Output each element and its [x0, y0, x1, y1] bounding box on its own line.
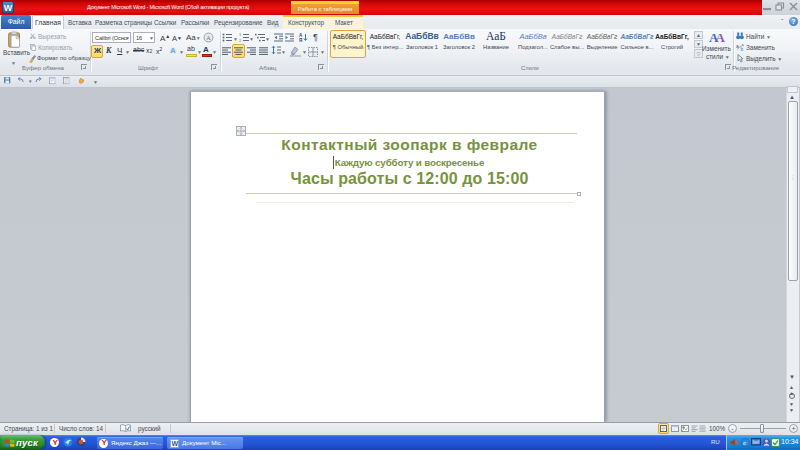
- svg-text:1: 1: [239, 33, 242, 37]
- svg-text:W: W: [172, 440, 179, 447]
- svg-text:e: e: [743, 439, 746, 447]
- svg-text:2: 2: [239, 38, 242, 42]
- svg-text:А: А: [206, 35, 211, 41]
- svg-text:Я: Я: [299, 38, 302, 42]
